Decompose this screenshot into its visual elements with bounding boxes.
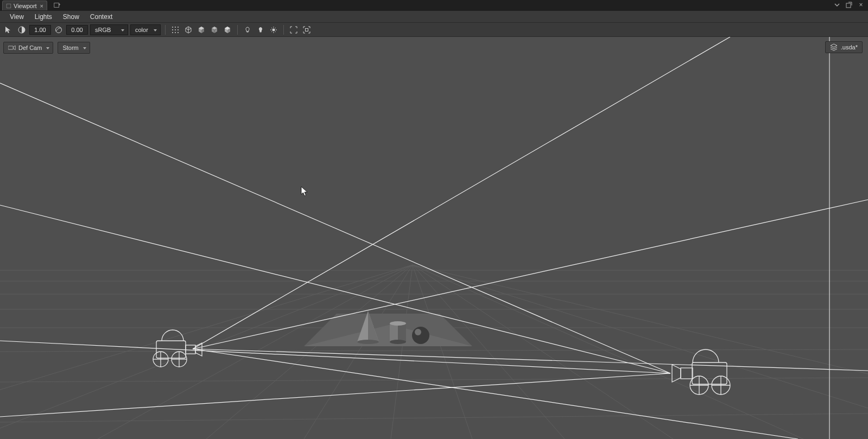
scene-cylinder [390,321,406,344]
svg-rect-15 [260,31,262,33]
stage-chip[interactable]: .usda* [825,41,863,53]
svg-line-61 [0,205,670,373]
svg-line-23 [271,31,272,31]
svg-line-24 [275,28,276,28]
svg-line-56 [193,37,730,349]
svg-point-49 [357,340,379,344]
menu-bar: View Lights Show Context [0,11,868,23]
svg-line-21 [271,28,272,28]
svg-point-9 [175,29,176,30]
svg-rect-81 [8,46,13,49]
svg-rect-25 [306,28,308,31]
panel-close-icon[interactable]: × [857,1,865,9]
svg-line-40 [413,265,472,439]
svg-line-57 [193,200,868,349]
shaded-cube-icon[interactable] [196,24,207,35]
light-on-icon[interactable] [255,24,266,35]
svg-rect-0 [7,4,11,8]
scene-sphere [412,327,429,344]
gamma-input[interactable]: 0.00 [66,25,88,35]
tab-bar: Viewport × × [0,0,868,11]
light-off-icon[interactable] [242,24,253,35]
menu-show[interactable]: Show [58,12,85,22]
svg-rect-74 [681,368,693,379]
popout-icon[interactable] [845,1,853,9]
menu-view[interactable]: View [4,12,29,22]
svg-point-4 [56,27,62,33]
stage-label: .usda* [841,44,858,50]
tabbar-right-controls: × [833,1,865,9]
viewport-tab[interactable]: Viewport × [2,1,47,10]
aov-dropdown[interactable]: color [130,24,161,35]
gamma-icon[interactable] [53,24,64,35]
layers-icon [830,43,838,51]
svg-line-36 [98,265,413,439]
grid-icon[interactable] [170,24,181,35]
wireframe-cube-icon[interactable] [183,24,194,35]
add-tab-button[interactable] [52,1,62,10]
svg-point-54 [412,327,429,344]
renderer-dropdown[interactable]: Storm [58,42,90,54]
svg-point-13 [178,32,179,33]
viewport-toolbar: 1.00 0.00 sRGB color [0,23,868,37]
svg-line-42 [413,265,673,439]
close-icon[interactable]: × [40,3,43,9]
svg-point-55 [415,329,421,335]
camera-value: Def Cam [18,44,42,51]
shaded-wire-cube-icon[interactable] [209,24,220,35]
menu-lights[interactable]: Lights [29,12,58,22]
aov-value: color [135,27,148,33]
svg-line-38 [304,265,413,439]
svg-point-7 [178,27,179,28]
light-sun-icon[interactable] [268,24,279,35]
camera-icon [8,45,16,50]
toolbar-separator [165,25,166,35]
frame-crop-icon[interactable] [288,24,299,35]
viewport-subtoolbar: Def Cam Storm [3,41,90,54]
svg-point-12 [175,32,176,33]
pin-icon [6,3,11,9]
svg-line-39 [391,265,413,439]
svg-point-52 [390,321,406,326]
exposure-icon[interactable] [16,24,27,35]
svg-line-58 [193,349,868,371]
renderer-value: Storm [62,44,78,51]
selection-mode-icon[interactable] [3,24,14,35]
exposure-input[interactable]: 1.00 [29,25,51,35]
svg-rect-51 [398,323,406,342]
svg-rect-2 [846,3,851,8]
toolbar-separator [237,25,238,35]
svg-point-5 [172,27,173,28]
svg-line-41 [413,265,565,439]
textured-cube-icon[interactable] [222,24,233,35]
svg-point-8 [172,29,173,30]
svg-point-16 [273,28,275,31]
svg-point-11 [172,32,173,33]
menu-context[interactable]: Context [85,12,118,22]
svg-rect-1 [54,3,59,8]
svg-point-53 [390,340,406,344]
svg-point-10 [178,29,179,30]
svg-line-22 [275,31,276,31]
svg-point-6 [175,27,176,28]
svg-line-43 [413,265,803,439]
svg-line-37 [206,265,413,439]
colorspace-value: sRGB [95,27,111,33]
frame-expand-icon[interactable] [301,24,312,35]
svg-line-63 [0,373,670,417]
colorspace-dropdown[interactable]: sRGB [90,24,128,35]
camera-dropdown[interactable]: Def Cam [3,42,53,54]
tab-label: Viewport [14,3,37,9]
svg-rect-14 [247,31,249,33]
viewport-canvas[interactable] [0,37,868,439]
toolbar-separator [283,25,284,35]
chevron-down-icon[interactable] [833,1,841,9]
svg-line-32 [0,378,868,382]
camera-gizmo-right [672,349,730,395]
